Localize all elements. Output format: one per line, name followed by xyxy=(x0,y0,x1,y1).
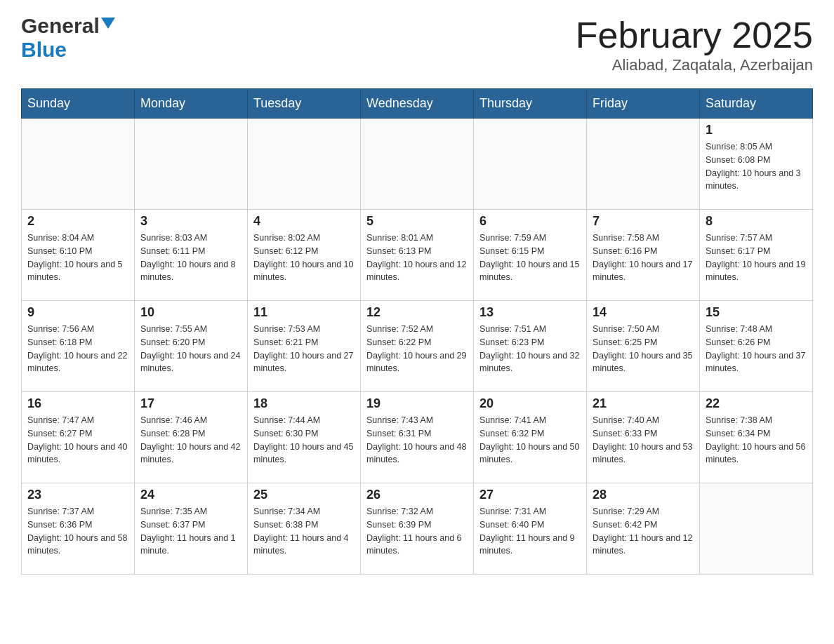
day-info: Sunrise: 7:58 AMSunset: 6:16 PMDaylight:… xyxy=(593,232,694,284)
day-number: 8 xyxy=(706,214,807,229)
calendar-cell: 18Sunrise: 7:44 AMSunset: 6:30 PMDayligh… xyxy=(248,392,361,483)
day-number: 1 xyxy=(706,123,807,137)
calendar-cell: 5Sunrise: 8:01 AMSunset: 6:13 PMDaylight… xyxy=(361,210,474,301)
calendar-cell: 4Sunrise: 8:02 AMSunset: 6:12 PMDaylight… xyxy=(248,210,361,301)
day-number: 23 xyxy=(27,488,128,502)
day-number: 3 xyxy=(140,214,241,229)
weekday-header-thursday: Thursday xyxy=(474,89,587,119)
day-number: 9 xyxy=(27,305,128,320)
day-number: 6 xyxy=(479,214,581,229)
calendar-week-row: 2Sunrise: 8:04 AMSunset: 6:10 PMDaylight… xyxy=(22,210,813,301)
calendar-cell: 12Sunrise: 7:52 AMSunset: 6:22 PMDayligh… xyxy=(361,301,474,392)
day-info: Sunrise: 7:53 AMSunset: 6:21 PMDaylight:… xyxy=(253,323,355,375)
weekday-header-friday: Friday xyxy=(587,89,700,119)
title-block: February 2025 Aliabad, Zaqatala, Azerbai… xyxy=(576,14,813,74)
calendar-cell: 6Sunrise: 7:59 AMSunset: 6:15 PMDaylight… xyxy=(474,210,587,301)
calendar-cell: 19Sunrise: 7:43 AMSunset: 6:31 PMDayligh… xyxy=(361,392,474,483)
day-info: Sunrise: 7:29 AMSunset: 6:42 PMDaylight:… xyxy=(593,505,694,558)
day-info: Sunrise: 7:59 AMSunset: 6:15 PMDaylight:… xyxy=(479,232,581,284)
day-number: 22 xyxy=(706,396,807,411)
calendar-cell: 8Sunrise: 7:57 AMSunset: 6:17 PMDaylight… xyxy=(700,210,813,301)
calendar-week-row: 1Sunrise: 8:05 AMSunset: 6:08 PMDaylight… xyxy=(22,119,813,210)
day-info: Sunrise: 7:44 AMSunset: 6:30 PMDaylight:… xyxy=(253,414,355,467)
weekday-header-saturday: Saturday xyxy=(700,89,813,119)
calendar-cell: 16Sunrise: 7:47 AMSunset: 6:27 PMDayligh… xyxy=(22,392,135,483)
calendar-cell: 1Sunrise: 8:05 AMSunset: 6:08 PMDaylight… xyxy=(700,119,813,210)
day-number: 19 xyxy=(366,396,468,411)
day-info: Sunrise: 7:51 AMSunset: 6:23 PMDaylight:… xyxy=(479,323,581,375)
day-info: Sunrise: 7:37 AMSunset: 6:36 PMDaylight:… xyxy=(27,505,128,558)
day-number: 2 xyxy=(27,214,128,229)
weekday-header-sunday: Sunday xyxy=(22,89,135,119)
day-info: Sunrise: 8:01 AMSunset: 6:13 PMDaylight:… xyxy=(366,232,468,284)
day-info: Sunrise: 7:35 AMSunset: 6:37 PMDaylight:… xyxy=(140,505,241,558)
day-info: Sunrise: 7:52 AMSunset: 6:22 PMDaylight:… xyxy=(366,323,468,375)
calendar-cell: 3Sunrise: 8:03 AMSunset: 6:11 PMDaylight… xyxy=(135,210,248,301)
day-info: Sunrise: 7:43 AMSunset: 6:31 PMDaylight:… xyxy=(366,414,468,467)
day-number: 17 xyxy=(140,396,241,411)
day-info: Sunrise: 8:03 AMSunset: 6:11 PMDaylight:… xyxy=(140,232,241,284)
calendar-week-row: 23Sunrise: 7:37 AMSunset: 6:36 PMDayligh… xyxy=(22,483,813,575)
day-number: 27 xyxy=(479,488,581,502)
day-number: 4 xyxy=(253,214,355,229)
calendar-cell: 2Sunrise: 8:04 AMSunset: 6:10 PMDaylight… xyxy=(22,210,135,301)
calendar-cell xyxy=(135,119,248,210)
calendar-cell xyxy=(361,119,474,210)
day-info: Sunrise: 8:02 AMSunset: 6:12 PMDaylight:… xyxy=(253,232,355,284)
calendar-cell: 17Sunrise: 7:46 AMSunset: 6:28 PMDayligh… xyxy=(135,392,248,483)
day-info: Sunrise: 7:50 AMSunset: 6:25 PMDaylight:… xyxy=(593,323,694,375)
calendar-cell: 26Sunrise: 7:32 AMSunset: 6:39 PMDayligh… xyxy=(361,483,474,575)
day-info: Sunrise: 7:34 AMSunset: 6:38 PMDaylight:… xyxy=(253,505,355,558)
calendar-cell: 21Sunrise: 7:40 AMSunset: 6:33 PMDayligh… xyxy=(587,392,700,483)
day-number: 7 xyxy=(593,214,694,229)
day-info: Sunrise: 7:41 AMSunset: 6:32 PMDaylight:… xyxy=(479,414,581,467)
calendar-cell xyxy=(22,119,135,210)
day-number: 15 xyxy=(706,305,807,320)
day-info: Sunrise: 8:04 AMSunset: 6:10 PMDaylight:… xyxy=(27,232,128,284)
calendar-cell xyxy=(587,119,700,210)
calendar-cell: 7Sunrise: 7:58 AMSunset: 6:16 PMDaylight… xyxy=(587,210,700,301)
day-info: Sunrise: 7:47 AMSunset: 6:27 PMDaylight:… xyxy=(27,414,128,467)
calendar-cell: 15Sunrise: 7:48 AMSunset: 6:26 PMDayligh… xyxy=(700,301,813,392)
day-number: 13 xyxy=(479,305,581,320)
day-number: 18 xyxy=(253,396,355,411)
location: Aliabad, Zaqatala, Azerbaijan xyxy=(576,56,813,74)
day-number: 25 xyxy=(253,488,355,502)
day-number: 28 xyxy=(593,488,694,502)
day-info: Sunrise: 7:32 AMSunset: 6:39 PMDaylight:… xyxy=(366,505,468,558)
calendar-cell: 14Sunrise: 7:50 AMSunset: 6:25 PMDayligh… xyxy=(587,301,700,392)
day-info: Sunrise: 7:31 AMSunset: 6:40 PMDaylight:… xyxy=(479,505,581,558)
day-number: 5 xyxy=(366,214,468,229)
calendar-cell: 11Sunrise: 7:53 AMSunset: 6:21 PMDayligh… xyxy=(248,301,361,392)
day-info: Sunrise: 7:55 AMSunset: 6:20 PMDaylight:… xyxy=(140,323,241,375)
calendar-cell: 9Sunrise: 7:56 AMSunset: 6:18 PMDaylight… xyxy=(22,301,135,392)
calendar-cell xyxy=(474,119,587,210)
calendar-week-row: 9Sunrise: 7:56 AMSunset: 6:18 PMDaylight… xyxy=(22,301,813,392)
page-header: General Blue February 2025 Aliabad, Zaqa… xyxy=(21,14,813,74)
calendar-cell: 22Sunrise: 7:38 AMSunset: 6:34 PMDayligh… xyxy=(700,392,813,483)
logo-blue: Blue xyxy=(21,38,67,62)
day-info: Sunrise: 7:48 AMSunset: 6:26 PMDaylight:… xyxy=(706,323,807,375)
day-info: Sunrise: 8:05 AMSunset: 6:08 PMDaylight:… xyxy=(706,140,807,193)
day-info: Sunrise: 7:46 AMSunset: 6:28 PMDaylight:… xyxy=(140,414,241,467)
day-info: Sunrise: 7:40 AMSunset: 6:33 PMDaylight:… xyxy=(593,414,694,467)
calendar-header-row: SundayMondayTuesdayWednesdayThursdayFrid… xyxy=(22,89,813,119)
day-number: 11 xyxy=(253,305,355,320)
day-info: Sunrise: 7:38 AMSunset: 6:34 PMDaylight:… xyxy=(706,414,807,467)
month-title: February 2025 xyxy=(576,14,813,56)
calendar-cell: 23Sunrise: 7:37 AMSunset: 6:36 PMDayligh… xyxy=(22,483,135,575)
calendar-cell: 20Sunrise: 7:41 AMSunset: 6:32 PMDayligh… xyxy=(474,392,587,483)
day-number: 24 xyxy=(140,488,241,502)
day-number: 26 xyxy=(366,488,468,502)
day-number: 16 xyxy=(27,396,128,411)
calendar-cell: 24Sunrise: 7:35 AMSunset: 6:37 PMDayligh… xyxy=(135,483,248,575)
calendar-cell: 13Sunrise: 7:51 AMSunset: 6:23 PMDayligh… xyxy=(474,301,587,392)
logo-triangle-icon xyxy=(101,18,115,29)
day-number: 21 xyxy=(593,396,694,411)
calendar-table: SundayMondayTuesdayWednesdayThursdayFrid… xyxy=(21,88,813,575)
calendar-cell: 25Sunrise: 7:34 AMSunset: 6:38 PMDayligh… xyxy=(248,483,361,575)
calendar-week-row: 16Sunrise: 7:47 AMSunset: 6:27 PMDayligh… xyxy=(22,392,813,483)
day-info: Sunrise: 7:57 AMSunset: 6:17 PMDaylight:… xyxy=(706,232,807,284)
day-number: 12 xyxy=(366,305,468,320)
day-info: Sunrise: 7:56 AMSunset: 6:18 PMDaylight:… xyxy=(27,323,128,375)
